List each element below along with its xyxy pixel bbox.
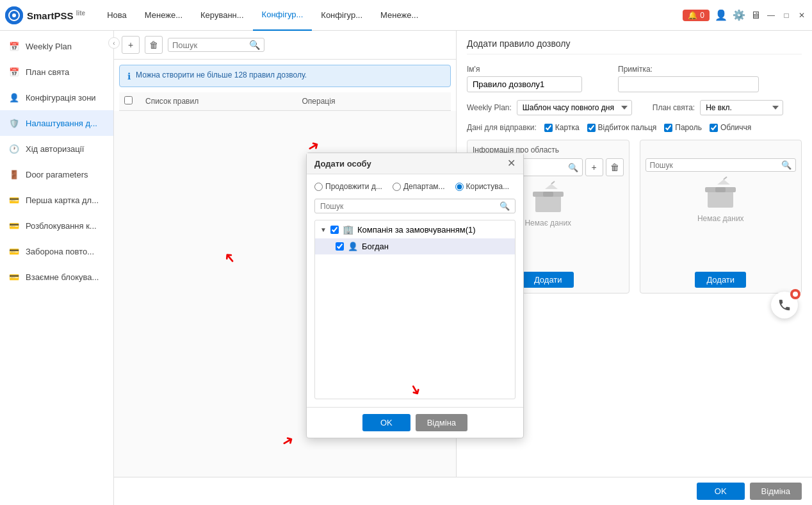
radio-continue[interactable]: Продовжити д... <box>314 182 382 191</box>
right-empty-state: Немає даних Додати <box>646 176 797 288</box>
right-panel-toolbar: 🔍 <box>646 158 797 172</box>
card1-icon: 💳 <box>8 194 20 206</box>
fingerprint-checkbox-item[interactable]: Відбиток пальця <box>587 123 657 132</box>
card2-icon: 💳 <box>8 219 20 232</box>
app-name: SmartPSS lite <box>27 10 85 21</box>
table-header: Список правил Операція <box>119 92 451 111</box>
password-checkbox[interactable] <box>664 124 672 132</box>
face-checkbox[interactable] <box>710 124 718 132</box>
form-row-plans: Weekly Plan: Шаблон часу повного дня Пла… <box>467 100 802 115</box>
fingerprint-checkbox[interactable] <box>587 124 596 132</box>
delete-rule-button[interactable]: 🗑 <box>145 36 163 54</box>
modal-ok-button[interactable]: OK <box>362 414 410 431</box>
nav-config2[interactable]: Конфігур... <box>312 0 371 31</box>
main-cancel-button[interactable]: Відміна <box>750 483 802 500</box>
settings-icon[interactable]: ⚙️ <box>733 9 745 21</box>
modal-cancel-button[interactable]: Відміна <box>416 414 467 431</box>
tree-root-checkbox[interactable] <box>330 226 339 234</box>
add-rule-button[interactable]: + <box>122 36 140 54</box>
maximize-button[interactable]: □ <box>781 10 792 21</box>
svg-marker-6 <box>545 184 558 189</box>
weekly-plan-label: Weekly Plan: <box>467 103 512 112</box>
nav-menu: Нова Менеже... Керуванн... Конфігур... К… <box>98 0 427 31</box>
select-all-input[interactable] <box>124 96 133 104</box>
sidebar-item-unblock[interactable]: 💳 Розблокування к... <box>0 213 113 238</box>
alarm-icon: 🔔 <box>688 11 697 20</box>
sidebar-item-mutual-block[interactable]: 💳 Взаємне блокува... <box>0 264 113 290</box>
nav-config1[interactable]: Конфігур... <box>253 0 313 31</box>
search-box: 🔍 <box>168 38 264 52</box>
area-add-button[interactable]: + <box>585 158 603 176</box>
holiday-plan-select[interactable]: Не вкл. <box>700 100 783 115</box>
tree-root-group-icon: 🏢 <box>343 224 353 235</box>
radio-continue-input[interactable] <box>314 183 323 191</box>
info-banner-text: Можна створити не більше 128 правил дозв… <box>136 70 307 79</box>
area-delete-button[interactable]: 🗑 <box>606 158 624 176</box>
tree-root-item[interactable]: ▼ 🏢 Компанія за замовчуванням(1) <box>315 220 515 238</box>
phone-float-button[interactable] <box>771 292 798 319</box>
card-checkbox-item[interactable]: Картка <box>544 123 580 132</box>
sidebar-item-label: Розблокування к... <box>26 221 97 231</box>
right-search-input[interactable] <box>650 161 782 170</box>
close-button[interactable]: ✕ <box>797 10 807 21</box>
modal-search-icon: 🔍 <box>499 201 510 211</box>
nav-manager1[interactable]: Менеже... <box>136 0 191 31</box>
face-label: Обличчя <box>720 123 751 132</box>
nav-manager2[interactable]: Менеже... <box>371 0 427 31</box>
sidebar-item-block-repeat[interactable]: 💳 Заборона повто... <box>0 238 113 264</box>
right-empty-box-icon <box>701 176 740 214</box>
radio-department[interactable]: Департам... <box>393 182 445 191</box>
minimize-button[interactable]: — <box>766 10 776 21</box>
radio-user[interactable]: Користува... <box>455 182 510 191</box>
radio-department-input[interactable] <box>393 183 401 191</box>
calendar2-icon: 📅 <box>8 65 20 78</box>
sidebar-collapse-button[interactable]: ‹ <box>108 37 120 49</box>
sidebar-item-zone-config[interactable]: 👤 Конфігурація зони <box>0 85 113 110</box>
sidebar-item-label: План свята <box>26 67 69 77</box>
select-all-checkbox[interactable] <box>119 92 138 110</box>
sidebar-item-weekly-plan[interactable]: 📅 Weekly Plan <box>0 33 113 59</box>
area-search-icon: 🔍 <box>568 163 578 172</box>
modal-header: Додати особу ✕ <box>307 153 523 174</box>
send-label: Дані для відправки: <box>467 123 537 132</box>
sidebar-item-first-card[interactable]: 💳 Перша картка дл... <box>0 187 113 213</box>
column-rules-list: Список правил <box>138 93 295 110</box>
alarm-badge[interactable]: 🔔 0 <box>683 10 710 21</box>
person-tree: ▼ 🏢 Компанія за замовчуванням(1) 👤 Богда… <box>314 220 516 399</box>
card-checkbox[interactable] <box>544 124 553 132</box>
modal-search-box: 🔍 <box>314 199 516 213</box>
card4-icon: 💳 <box>8 270 20 283</box>
svg-line-12 <box>724 177 727 179</box>
sidebar-item-auth-flow[interactable]: 🕐 Хід авторизації <box>0 136 113 161</box>
tree-child-item[interactable]: 👤 Богдан <box>315 238 515 254</box>
modal-close-button[interactable]: ✕ <box>507 158 516 169</box>
app-logo: SmartPSS lite <box>5 6 85 24</box>
info-banner: ℹ Можна створити не більше 128 правил до… <box>119 65 451 87</box>
right-add-btn[interactable]: Додати <box>695 272 746 288</box>
logo-icon <box>5 6 23 24</box>
monitor-icon[interactable]: 🖥 <box>751 10 761 21</box>
nav-manage2[interactable]: Керуванн... <box>191 0 253 31</box>
password-checkbox-item[interactable]: Пароль <box>664 123 702 132</box>
user-icon[interactable]: 👤 <box>715 9 727 21</box>
note-label: Примітка: <box>618 65 759 74</box>
radio-row: Продовжити д... Департам... Користува... <box>314 182 516 191</box>
search-input[interactable] <box>172 40 249 50</box>
radio-continue-label: Продовжити д... <box>325 182 382 191</box>
sidebar-item-settings[interactable]: 🛡️ Налаштування д... <box>0 110 113 136</box>
tree-child-checkbox[interactable] <box>336 242 344 251</box>
sidebar-item-door-params[interactable]: 🚪 Door parameters <box>0 161 113 187</box>
main-ok-button[interactable]: OK <box>697 483 745 500</box>
sidebar-item-label: Weekly Plan <box>26 42 72 51</box>
info-icon: ℹ <box>127 71 131 81</box>
sidebar-item-label: Взаємне блокува... <box>26 272 99 282</box>
weekly-plan-select[interactable]: Шаблон часу повного дня <box>517 100 632 115</box>
sidebar-item-holiday-plan[interactable]: 📅 План свята <box>0 59 113 85</box>
name-input[interactable] <box>467 76 582 92</box>
modal-search-input[interactable] <box>320 202 499 211</box>
area-add-btn[interactable]: Додати <box>523 272 574 288</box>
radio-user-input[interactable] <box>455 183 464 191</box>
face-checkbox-item[interactable]: Обличчя <box>710 123 751 132</box>
note-input[interactable] <box>618 76 759 92</box>
nav-nova[interactable]: Нова <box>98 0 136 31</box>
